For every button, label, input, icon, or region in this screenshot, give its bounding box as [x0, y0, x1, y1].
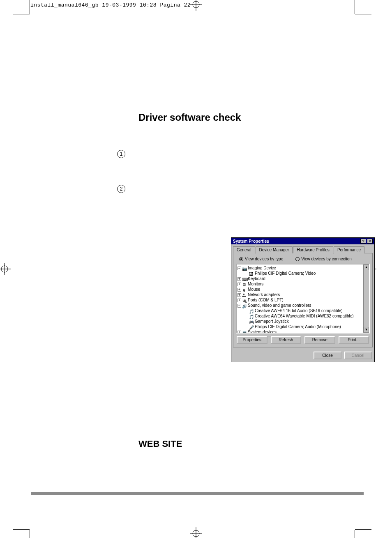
titlebar-close-button[interactable]: × [367, 239, 373, 244]
properties-button[interactable]: Properties [237, 336, 267, 344]
device-category-icon: 🖥 [242, 282, 247, 286]
registration-mark-icon [0, 263, 11, 275]
device-icon: 🖼 [249, 271, 254, 276]
scroll-up-button[interactable]: ▲ [364, 264, 369, 270]
registration-mark-icon [190, 0, 202, 11]
remove-button[interactable]: Remove [304, 336, 335, 344]
device-category-icon: 🔊 [242, 303, 247, 308]
registration-mark-icon [190, 527, 202, 538]
device-category-icon: 🖧 [242, 293, 247, 297]
step-bullet-2: 2 [117, 185, 125, 193]
tree-node[interactable]: System devices [248, 330, 277, 333]
tab-performance[interactable]: Performance [334, 246, 364, 253]
page-header-line: install_manual646_gb 19-03-1999 10:28 Pa… [30, 2, 191, 8]
dialog-titlebar[interactable]: System Properties ? × [231, 238, 374, 244]
device-icon: 🎮 [249, 320, 254, 324]
tree-node[interactable]: Gameport Joystick [255, 319, 289, 324]
system-properties-dialog: System Properties ? × General Device Man… [231, 237, 375, 362]
radio-view-by-connection[interactable]: View devices by connection [295, 257, 352, 261]
page-content: Driver software check 1 2 System Propert… [31, 32, 364, 521]
step-bullet-1: 1 [117, 150, 125, 158]
device-category-icon: 📷 [242, 266, 247, 270]
tree-node[interactable]: Ports (COM & LPT) [248, 298, 284, 302]
dialog-tabs: General Device Manager Hardware Profiles… [231, 244, 374, 253]
close-button[interactable]: Close [314, 352, 341, 359]
device-category-icon: ⌨ [242, 277, 247, 281]
tree-node[interactable]: Mouse [248, 287, 260, 292]
tree-node[interactable]: Keyboard [248, 276, 265, 281]
refresh-button[interactable]: Refresh [271, 336, 302, 344]
tree-node[interactable]: Philips CIF Digital Camera; Audio (Micro… [255, 324, 341, 329]
tree-node[interactable]: Creative AWE64 16-bit Audio (SB16 compat… [255, 308, 343, 313]
tree-node[interactable]: Creative AWE64 Wavetable MIDI (AWE32 com… [255, 314, 354, 318]
scroll-down-button[interactable]: ▼ [364, 327, 369, 333]
device-icon: 🎤 [249, 325, 254, 329]
radio-icon [239, 257, 243, 261]
device-manager-panel: View devices by type View devices by con… [233, 253, 373, 347]
tree-node[interactable]: Philips CIF Digital Camera; Video [255, 271, 316, 276]
device-tree[interactable]: −📷Imaging Device 🖼Philips CIF Digital Ca… [236, 264, 370, 333]
radio-view-by-type[interactable]: View devices by type [239, 257, 283, 261]
footer-bar [31, 492, 364, 495]
tree-node[interactable]: Imaging Device [248, 266, 276, 270]
dialog-title: System Properties [233, 239, 269, 244]
print-button[interactable]: Print... [339, 336, 369, 344]
device-category-icon: 🔌 [242, 298, 247, 302]
titlebar-help-button[interactable]: ? [360, 239, 366, 244]
device-icon: 🎵 [249, 309, 254, 313]
tab-general[interactable]: General [233, 246, 255, 253]
tab-hardware-profiles[interactable]: Hardware Profiles [293, 246, 333, 253]
tree-node[interactable]: Monitors [248, 282, 263, 286]
cancel-button[interactable]: Cancel [344, 352, 372, 359]
tree-node[interactable]: Network adapters [248, 292, 280, 297]
device-category-icon: 🖱 [242, 287, 247, 292]
tree-node[interactable]: Sound, video and game controllers [248, 303, 311, 308]
radio-icon [295, 257, 300, 261]
heading-driver-software-check: Driver software check [138, 112, 241, 123]
scrollbar[interactable]: ▲ ▼ [363, 264, 369, 333]
device-icon: 🎵 [249, 314, 254, 318]
tab-device-manager[interactable]: Device Manager [256, 246, 293, 253]
radio-label: View devices by type [245, 257, 283, 261]
heading-web-site: WEB SITE [138, 439, 182, 449]
device-category-icon: 💻 [242, 330, 247, 333]
radio-label: View devices by connection [301, 257, 352, 261]
